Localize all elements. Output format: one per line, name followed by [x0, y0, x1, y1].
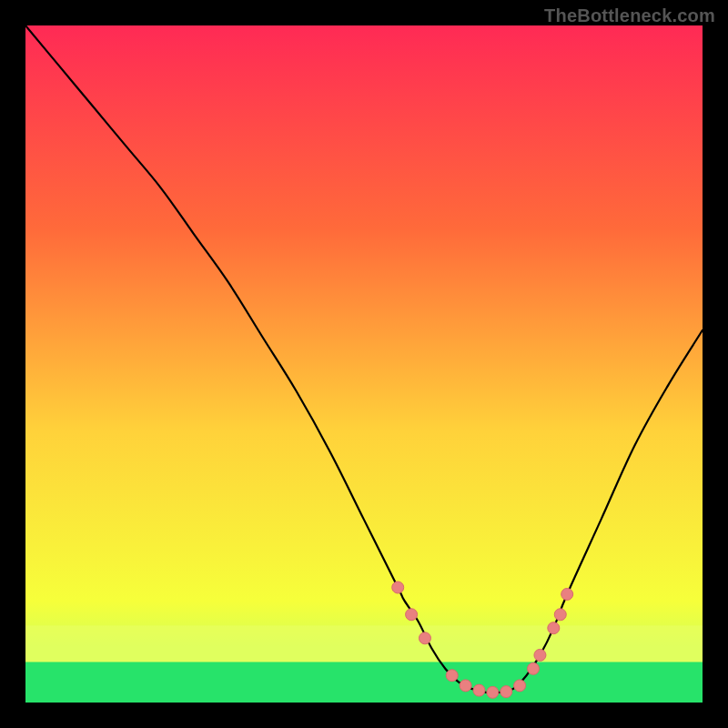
sample-point	[548, 622, 560, 634]
sample-point	[487, 686, 499, 698]
sample-point	[419, 632, 430, 644]
sample-point	[554, 609, 566, 621]
highlight-band	[25, 625, 703, 662]
sample-point	[500, 686, 512, 698]
sample-point	[392, 581, 404, 593]
chart-background	[25, 25, 703, 703]
sample-point	[460, 680, 471, 692]
sample-point	[561, 588, 573, 600]
bottom-band	[25, 662, 703, 703]
sample-point	[473, 684, 485, 696]
chart-svg	[25, 25, 703, 703]
sample-point	[446, 670, 458, 682]
watermark-label: TheBottleneck.com	[544, 5, 715, 26]
sample-point	[534, 649, 546, 661]
sample-point	[514, 680, 526, 692]
bottleneck-chart	[25, 25, 703, 703]
sample-point	[406, 609, 418, 621]
sample-point	[528, 662, 540, 674]
